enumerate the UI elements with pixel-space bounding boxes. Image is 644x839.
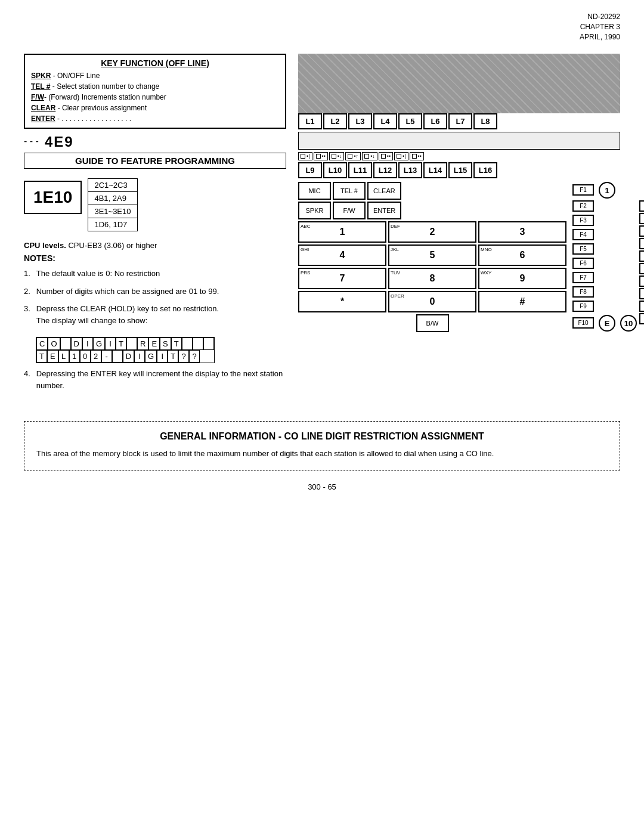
f12-button[interactable]: F12 bbox=[639, 213, 644, 224]
l4-button[interactable]: L4 bbox=[373, 113, 397, 129]
f15-button[interactable]: F15 bbox=[639, 250, 644, 262]
phone-display-image bbox=[298, 54, 620, 113]
kf-tel: TEL # - Select station number to change bbox=[31, 81, 279, 92]
spkr-key[interactable]: SPKR bbox=[298, 202, 331, 219]
circle-1[interactable]: 1 bbox=[599, 182, 615, 199]
f7-button[interactable]: F7 bbox=[572, 272, 594, 283]
code-cell: 1D6, 1D7 bbox=[88, 218, 137, 231]
f10-row: F10 E 10 bbox=[572, 315, 637, 332]
f9-button[interactable]: F9 bbox=[572, 301, 594, 312]
key-hash[interactable]: # bbox=[478, 291, 566, 312]
keypad-grid: ABC 1 DEF 2 3 bbox=[298, 221, 566, 312]
cell bbox=[182, 338, 193, 350]
l7-button[interactable]: L7 bbox=[448, 113, 472, 129]
key-8[interactable]: TUV 8 bbox=[388, 268, 476, 289]
indicator-row: •| •• •↓ •↑ •↓ •• •| •• bbox=[298, 152, 620, 160]
display-row-2: T E L 1 0 2 - D I G I T ? ? bbox=[36, 350, 214, 363]
circle-e[interactable]: E bbox=[599, 315, 615, 332]
l2-button[interactable]: L2 bbox=[323, 113, 347, 129]
info-box: GENERAL INFORMATION - CO LINE DIGIT REST… bbox=[24, 421, 620, 470]
enter-key[interactable]: ENTER bbox=[367, 202, 401, 219]
cell bbox=[203, 338, 214, 350]
key-6[interactable]: MNO 6 bbox=[478, 244, 566, 266]
clear-key[interactable]: CLEAR bbox=[367, 182, 401, 200]
l5-button[interactable]: L5 bbox=[398, 113, 422, 129]
kf-clear: CLEAR - Clear previous assignment bbox=[31, 103, 279, 113]
display-code: 4E9 bbox=[45, 134, 74, 150]
l10-button[interactable]: L10 bbox=[323, 162, 347, 178]
l-buttons-top-row: L1 L2 L3 L4 L5 L6 L7 L8 bbox=[298, 113, 620, 129]
display-grid-note3: C O D I G I T R E S T bbox=[36, 337, 215, 363]
page-number: 300 - 65 bbox=[24, 482, 620, 491]
cell: T bbox=[171, 338, 182, 350]
l8-button[interactable]: L8 bbox=[473, 113, 497, 129]
l16-button[interactable]: L16 bbox=[473, 162, 497, 178]
f8-row: F8 bbox=[572, 286, 637, 299]
l12-button[interactable]: L12 bbox=[373, 162, 397, 178]
circle-10[interactable]: 10 bbox=[620, 315, 637, 332]
f5-button[interactable]: F5 bbox=[572, 243, 594, 255]
key-0[interactable]: OPER 0 bbox=[388, 291, 476, 312]
l-buttons-bottom-row: L9 L10 L11 L12 L13 L14 L15 L16 bbox=[298, 162, 620, 178]
f17-button[interactable]: F17 bbox=[639, 275, 644, 287]
l6-button[interactable]: L6 bbox=[423, 113, 447, 129]
spkr-row: SPKR F/W ENTER bbox=[298, 202, 566, 219]
cell: T bbox=[36, 350, 47, 363]
f-left-col: F2 F3 F4 F5 bbox=[572, 200, 637, 333]
f3-button[interactable]: F3 bbox=[572, 215, 594, 226]
l1-button[interactable]: L1 bbox=[298, 113, 322, 129]
f13-button[interactable]: F13 bbox=[639, 225, 644, 237]
key-star[interactable]: * bbox=[298, 291, 386, 312]
key-4[interactable]: GHI 4 bbox=[298, 244, 386, 266]
guide-title: GUIDE TO FEATURE PROGRAMMING bbox=[24, 153, 286, 169]
f14-button[interactable]: F14 bbox=[639, 238, 644, 249]
f2-button[interactable]: F2 bbox=[572, 200, 594, 212]
f10-button[interactable]: F10 bbox=[572, 317, 594, 329]
f16-button[interactable]: F16 bbox=[639, 263, 644, 274]
tel-hash-key[interactable]: TEL # bbox=[333, 182, 366, 200]
l14-button[interactable]: L14 bbox=[423, 162, 447, 178]
l9-button[interactable]: L9 bbox=[298, 162, 322, 178]
code-cell: 3E1~3E10 bbox=[88, 205, 137, 218]
f4-button[interactable]: F4 bbox=[572, 229, 594, 240]
code-row: 4B1, 2A9 bbox=[88, 192, 137, 205]
info-box-title: GENERAL INFORMATION - CO LINE DIGIT REST… bbox=[36, 431, 608, 442]
l3-button[interactable]: L3 bbox=[348, 113, 372, 129]
f-buttons-group: F2 F3 F4 F5 bbox=[572, 200, 620, 333]
key-function-title: KEY FUNCTION (OFF LINE) bbox=[31, 58, 279, 68]
f19-button[interactable]: F19 bbox=[639, 301, 644, 312]
f9-row: F9 bbox=[572, 301, 637, 313]
doc-number: ND-20292 bbox=[24, 12, 620, 22]
key-function-box: KEY FUNCTION (OFF LINE) SPKR - ON/OFF Li… bbox=[24, 54, 286, 129]
cell bbox=[126, 338, 137, 350]
mic-row: MIC TEL # CLEAR bbox=[298, 182, 566, 200]
f18-button[interactable]: F18 bbox=[639, 288, 644, 299]
key-1[interactable]: ABC 1 bbox=[298, 221, 386, 243]
ind-7: •| bbox=[394, 152, 408, 160]
mic-key[interactable]: MIC bbox=[298, 182, 331, 200]
f11-button[interactable]: F11 bbox=[639, 200, 644, 212]
note-3: 3. Depress the CLEAR (HOLD) key to set n… bbox=[24, 303, 286, 326]
fw-key[interactable]: F/W bbox=[333, 202, 366, 219]
l11-button[interactable]: L11 bbox=[348, 162, 372, 178]
code-row: 3E1~3E10 bbox=[88, 205, 137, 218]
key-2[interactable]: DEF 2 bbox=[388, 221, 476, 243]
key-3[interactable]: 3 bbox=[478, 221, 566, 243]
code-row: 1D6, 1D7 bbox=[88, 218, 137, 231]
cell: 1 bbox=[69, 350, 80, 363]
f4-row: F4 bbox=[572, 229, 637, 242]
bw-key[interactable]: B/W bbox=[416, 314, 449, 332]
f-right-col: F11 F12 F13 F14 F15 F16 F17 F18 F19 F20 bbox=[639, 200, 644, 333]
f8-button[interactable]: F8 bbox=[572, 286, 594, 298]
l13-button[interactable]: L13 bbox=[398, 162, 422, 178]
f1-button[interactable]: F1 bbox=[572, 184, 594, 196]
key-9[interactable]: WXY 9 bbox=[478, 268, 566, 289]
f3-row: F3 bbox=[572, 215, 637, 227]
f20-button[interactable]: F20 bbox=[639, 313, 644, 324]
key-5[interactable]: JKL 5 bbox=[388, 244, 476, 266]
f6-button[interactable]: F6 bbox=[572, 258, 594, 269]
label-1e10: 1E10 bbox=[24, 181, 82, 214]
l15-button[interactable]: L15 bbox=[448, 162, 472, 178]
key-7[interactable]: PRS 7 bbox=[298, 268, 386, 289]
display-row-1: C O D I G I T R E S T bbox=[36, 338, 214, 350]
